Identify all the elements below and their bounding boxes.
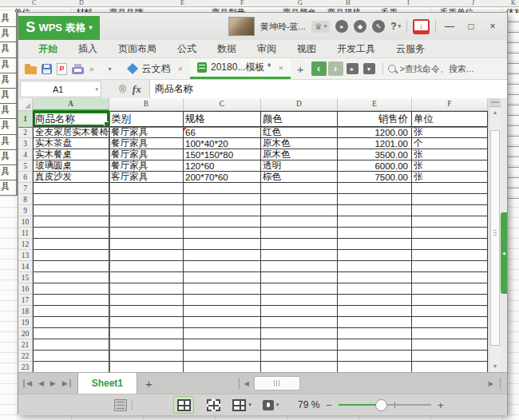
cell-D12[interactable]	[261, 239, 338, 250]
cell-A16[interactable]	[33, 283, 109, 295]
presentation-mode-icon[interactable]: ▸	[347, 63, 359, 74]
row-header-8[interactable]: 8	[18, 194, 33, 205]
cell-E22[interactable]	[338, 351, 412, 362]
close-tab-icon[interactable]: ×	[278, 63, 283, 73]
row-header-21[interactable]: 21	[18, 339, 33, 351]
cell-D14[interactable]	[261, 261, 338, 272]
last-sheet-icon[interactable]: ▶	[59, 379, 71, 387]
forward-button[interactable]: ›	[328, 61, 343, 76]
scroll-right-icon[interactable]: ▶	[489, 380, 493, 387]
row-header-15[interactable]: 15	[18, 272, 33, 283]
print-icon[interactable]	[72, 67, 84, 74]
close-tab-icon[interactable]: ×	[178, 64, 183, 73]
cell-B3[interactable]: 餐厅家具	[109, 138, 184, 149]
cell-F11[interactable]	[412, 228, 488, 239]
cell-C6[interactable]: 200*70*60	[184, 172, 261, 183]
user-avatar[interactable]	[228, 17, 255, 36]
cell-E14[interactable]	[338, 261, 412, 272]
cell-D21[interactable]	[261, 339, 338, 351]
cell-C20[interactable]	[184, 328, 261, 339]
cell-A22[interactable]	[33, 351, 109, 362]
cell-A15[interactable]	[33, 272, 109, 283]
cell-D16[interactable]	[261, 283, 338, 295]
new-document-button[interactable]: +	[297, 62, 304, 76]
side-panel-toggle[interactable]: ◀	[501, 212, 507, 294]
cell-F10[interactable]	[412, 216, 488, 228]
feedback-pen-icon[interactable]: ✎	[372, 20, 385, 33]
skin-icon[interactable]: ◆	[354, 20, 366, 33]
cell-E3[interactable]: 1201.00	[338, 138, 412, 149]
row-header-14[interactable]: 14	[18, 261, 33, 272]
cell-D19[interactable]	[261, 317, 338, 328]
row-header-3[interactable]: 3	[18, 138, 33, 149]
cell-A10[interactable]	[33, 216, 109, 228]
cell-E18[interactable]	[338, 306, 412, 317]
cell-C3[interactable]: 100*40*20	[184, 138, 261, 149]
cell-C17[interactable]	[184, 295, 261, 306]
cell-C2[interactable]: 66	[184, 127, 261, 138]
cell-B18[interactable]	[109, 306, 184, 317]
row-header-23[interactable]: 23	[18, 362, 33, 372]
cell-B5[interactable]: 餐厅家具	[109, 160, 184, 172]
page-break-view-button[interactable]	[204, 397, 223, 413]
cell-B21[interactable]	[109, 339, 184, 351]
cell-F16[interactable]	[412, 283, 488, 295]
cell-C15[interactable]	[184, 272, 261, 283]
column-header-D[interactable]: D	[261, 98, 338, 111]
row-header-1[interactable]: 1	[18, 111, 33, 127]
cell-A6[interactable]: 真皮沙发	[33, 172, 109, 183]
cell-A18[interactable]	[33, 306, 109, 317]
first-sheet-icon[interactable]: ◀	[23, 379, 35, 387]
cell-D22[interactable]	[261, 351, 338, 362]
ribbon-tab[interactable]: 云服务	[386, 42, 435, 56]
cell-F13[interactable]	[412, 250, 488, 261]
cell-B1[interactable]: 类别	[109, 111, 184, 127]
column-header-E[interactable]: E	[338, 98, 412, 111]
row-header-2[interactable]: 2	[18, 127, 33, 138]
cell-C5[interactable]: 120*60	[184, 160, 261, 172]
cell-F21[interactable]	[412, 339, 488, 351]
row-header-4[interactable]: 4	[18, 149, 33, 160]
cell-A19[interactable]	[33, 317, 109, 328]
column-header-B[interactable]: B	[109, 98, 184, 111]
cell-C7[interactable]	[184, 183, 261, 194]
cell-E7[interactable]	[338, 183, 412, 194]
cell-F1[interactable]: 单位	[412, 111, 488, 127]
cell-B9[interactable]	[109, 205, 184, 216]
pointer-tools-icon[interactable]: ▾	[363, 63, 375, 74]
command-search-box[interactable]: >查找命令、搜索...	[388, 63, 507, 75]
back-button[interactable]: ‹	[311, 61, 327, 76]
cell-C12[interactable]	[184, 239, 261, 250]
ribbon-tab[interactable]: 视图	[287, 42, 327, 56]
cell-F7[interactable]	[412, 183, 488, 194]
cell-E9[interactable]	[338, 205, 412, 216]
cell-B19[interactable]	[109, 317, 184, 328]
cell-F9[interactable]	[412, 205, 488, 216]
cell-E1[interactable]: 销售价	[338, 111, 412, 127]
close-button[interactable]: ×	[485, 21, 501, 32]
cell-F18[interactable]	[412, 306, 488, 317]
cell-C8[interactable]	[184, 194, 261, 205]
cell-A5[interactable]: 玻璃圆桌	[33, 160, 109, 172]
row-header-18[interactable]: 18	[18, 306, 33, 317]
wps-menu-button[interactable]: S WPS 表格 ▾	[18, 16, 100, 40]
cell-B2[interactable]: 餐厅家具	[109, 127, 184, 138]
column-header-A[interactable]: A	[33, 98, 109, 111]
cell-D10[interactable]	[261, 216, 338, 228]
cell-A23[interactable]	[33, 362, 109, 372]
page-layout-view-button[interactable]: ▾	[232, 397, 252, 413]
cell-B15[interactable]	[109, 272, 184, 283]
cell-A13[interactable]	[33, 250, 109, 261]
row-header-12[interactable]: 12	[18, 239, 33, 250]
cell-B14[interactable]	[109, 261, 184, 272]
cell-E4[interactable]: 3500.00	[338, 149, 412, 160]
cell-C19[interactable]	[184, 317, 261, 328]
cell-D4[interactable]: 原木色	[261, 149, 338, 160]
doc-tab-cloud[interactable]: 云文档 ×	[120, 58, 190, 79]
zoom-slider[interactable]	[339, 404, 431, 406]
reading-mode-button[interactable]: ▾	[261, 397, 280, 413]
cell-E17[interactable]	[338, 295, 412, 306]
name-box[interactable]: A1 ▾	[20, 81, 101, 97]
cell-C10[interactable]	[184, 216, 261, 228]
cell-E21[interactable]	[338, 339, 412, 351]
